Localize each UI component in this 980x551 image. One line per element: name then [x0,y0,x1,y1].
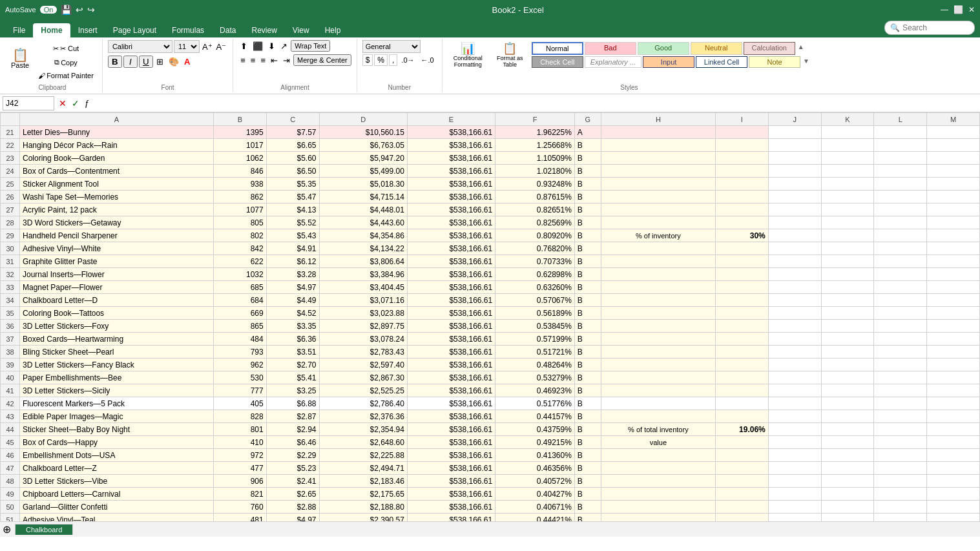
cell[interactable] [768,152,821,165]
cell[interactable] [768,268,821,281]
cell[interactable] [821,475,874,488]
cell[interactable]: $5,947.20 [319,152,407,165]
cell[interactable] [601,384,715,397]
number-format-select[interactable]: General [362,40,421,53]
cell[interactable] [768,397,821,410]
cell[interactable] [874,320,927,333]
cell[interactable] [874,410,927,423]
cell[interactable]: B [574,514,601,522]
cell[interactable]: 1.25668% [495,139,575,152]
row-number[interactable]: 38 [1,346,20,359]
cell[interactable] [715,165,768,178]
cell[interactable] [768,384,821,397]
cell[interactable] [874,165,927,178]
indent-less-button[interactable]: ⇤ [269,55,280,66]
cell[interactable]: 0.44421% [495,514,575,522]
cell[interactable] [601,281,715,294]
cell[interactable]: 481 [213,514,266,522]
cell[interactable] [821,333,874,346]
cell[interactable]: $538,166.61 [407,152,495,165]
row-number[interactable]: 48 [1,475,20,488]
cell[interactable]: B [574,178,601,191]
cell[interactable]: $6,763.05 [319,139,407,152]
cell[interactable]: $3.35 [266,320,319,333]
cell[interactable] [601,294,715,307]
cell[interactable]: $4,134.22 [319,242,407,255]
cell[interactable]: B [574,501,601,514]
cell[interactable]: 0.49215% [495,436,575,449]
cell[interactable] [768,488,821,501]
cell[interactable]: $538,166.61 [407,371,495,384]
cell[interactable] [715,152,768,165]
cell[interactable]: $2,648.60 [319,436,407,449]
row-number[interactable]: 47 [1,462,20,475]
cell[interactable] [874,307,927,320]
cell[interactable] [715,294,768,307]
cell[interactable] [715,268,768,281]
cell[interactable]: 0.40427% [495,488,575,501]
cell[interactable] [821,359,874,371]
cell[interactable]: Embellishment Dots—USA [20,449,214,462]
cell[interactable] [874,229,927,242]
cell[interactable]: B [574,488,601,501]
style-explanatory[interactable]: Explanatory ... [585,56,641,68]
cell[interactable]: 0.76820% [495,242,575,255]
cell[interactable]: Washi Tape Set—Memories [20,191,214,203]
cell[interactable]: $538,166.61 [407,268,495,281]
tab-review[interactable]: Review [244,23,284,37]
cell[interactable]: $3.28 [266,268,319,281]
cell[interactable]: $2,867.30 [319,371,407,384]
cell[interactable]: 1.96225% [495,126,575,139]
row-number[interactable]: 30 [1,242,20,255]
cell[interactable]: $4.97 [266,514,319,522]
cell[interactable]: B [574,462,601,475]
cell[interactable] [874,178,927,191]
border-button[interactable]: ⊞ [154,57,165,67]
cell[interactable]: 3D Letter Stickers—Sicily [20,384,214,397]
cell[interactable]: 0.51721% [495,346,575,359]
cell[interactable] [601,139,715,152]
cell[interactable] [821,281,874,294]
cell[interactable]: B [574,229,601,242]
cell[interactable] [715,178,768,191]
cell[interactable]: 846 [213,165,266,178]
row-number[interactable]: 22 [1,139,20,152]
cell[interactable] [821,449,874,462]
row-number[interactable]: 50 [1,501,20,514]
cell[interactable] [874,436,927,449]
row-number[interactable]: 44 [1,423,20,436]
cell[interactable]: Chalkboard Letter—D [20,294,214,307]
styles-overflow-up[interactable]: ▲ [797,42,806,55]
cell[interactable] [874,216,927,229]
align-right-button[interactable]: ≡ [258,55,267,66]
cell[interactable]: Coloring Book—Garden [20,152,214,165]
row-number[interactable]: 36 [1,320,20,333]
cell[interactable] [715,475,768,488]
cell[interactable] [927,307,980,320]
cell[interactable]: 842 [213,242,266,255]
cell[interactable] [768,320,821,333]
cell[interactable]: $2,494.71 [319,462,407,475]
cell[interactable] [874,281,927,294]
cell[interactable] [715,191,768,203]
cell[interactable]: 405 [213,397,266,410]
cell[interactable] [874,359,927,371]
cell[interactable]: $6.46 [266,436,319,449]
cell[interactable]: $5,499.00 [319,165,407,178]
cell[interactable]: $3.25 [266,384,319,397]
cell[interactable] [715,281,768,294]
cell[interactable]: % of total inventory [601,423,715,436]
cell[interactable]: 685 [213,281,266,294]
cell[interactable] [715,139,768,152]
cell[interactable] [927,268,980,281]
cell[interactable] [768,307,821,320]
cell[interactable] [821,307,874,320]
row-number[interactable]: 39 [1,359,20,371]
col-header-b[interactable]: B [213,113,266,126]
row-number[interactable]: 21 [1,126,20,139]
cell[interactable] [715,410,768,423]
row-number[interactable]: 25 [1,178,20,191]
cell[interactable] [715,488,768,501]
cell[interactable] [821,139,874,152]
cell[interactable]: $538,166.61 [407,126,495,139]
